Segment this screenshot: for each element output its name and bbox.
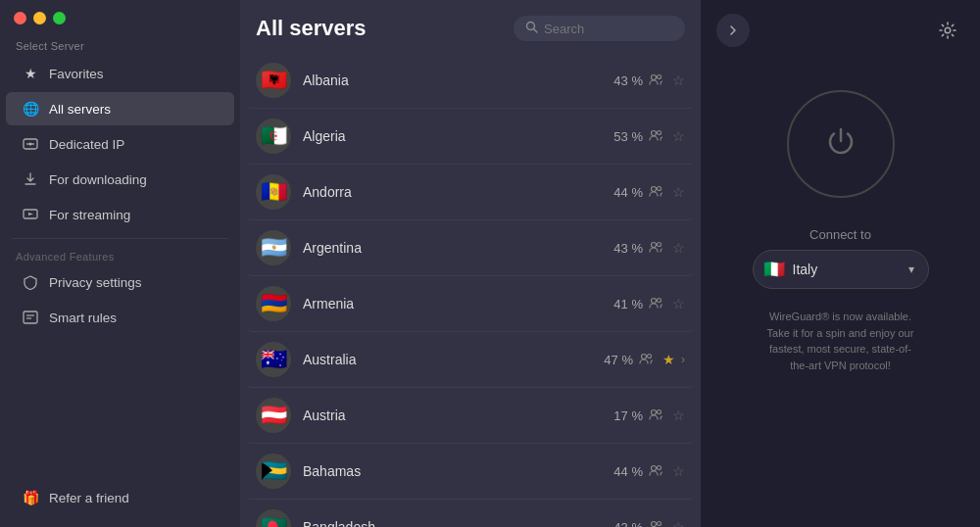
svg-point-22 — [652, 409, 657, 414]
power-icon — [822, 122, 859, 167]
shield-icon — [22, 273, 39, 291]
table-row[interactable]: 🇧🇩 Bangladesh 43 % ☆ — [246, 500, 695, 527]
table-row[interactable]: 🇦🇩 Andorra 44 % ☆ — [246, 165, 695, 220]
sidebar-item-all-servers[interactable]: 🌐 All servers — [6, 92, 234, 125]
favorite-star-icon[interactable]: ☆ — [672, 407, 685, 423]
search-icon — [525, 21, 538, 36]
sidebar-item-privacy-settings[interactable]: Privacy settings — [6, 265, 234, 299]
maximize-button[interactable] — [53, 12, 66, 24]
server-load: 53 % — [613, 129, 643, 144]
right-top-bar — [701, 0, 980, 61]
server-load: 44 % — [613, 185, 643, 200]
sidebar-bottom: 🎁 Refer a friend — [0, 480, 240, 527]
server-name: Austria — [303, 407, 613, 423]
wireguard-text: WireGuard® is now available. Take it for… — [743, 289, 939, 373]
users-icon — [639, 353, 653, 367]
close-button[interactable] — [14, 12, 26, 24]
users-icon — [649, 241, 662, 256]
table-row[interactable]: 🇧🇸 Bahamas 44 % ☆ — [246, 444, 695, 500]
favorite-star-icon[interactable]: ★ — [662, 352, 675, 367]
svg-point-19 — [658, 298, 662, 302]
server-name: Andorra — [303, 184, 613, 200]
users-icon — [649, 73, 662, 88]
users-icon — [649, 297, 662, 311]
server-name: Algeria — [303, 128, 613, 144]
sidebar-item-label: Refer a friend — [49, 491, 129, 505]
server-load: 41 % — [613, 297, 643, 311]
forward-button[interactable] — [716, 14, 750, 47]
users-icon — [649, 464, 662, 479]
svg-rect-5 — [24, 311, 37, 323]
svg-point-15 — [658, 186, 662, 190]
svg-point-25 — [658, 465, 662, 469]
rules-icon — [22, 309, 39, 326]
settings-button[interactable] — [931, 14, 964, 47]
table-row[interactable]: 🇦🇱 Albania 43 % ☆ — [246, 53, 695, 109]
sidebar-item-label: Smart rules — [49, 311, 117, 325]
power-button[interactable] — [787, 90, 895, 198]
favorite-star-icon[interactable]: ☆ — [672, 128, 685, 144]
sidebar: Select Server ★ Favorites 🌐 All servers … — [0, 0, 240, 527]
divider — [12, 238, 228, 239]
server-name: Bahamas — [303, 463, 613, 479]
search-box[interactable] — [514, 16, 685, 41]
sidebar-item-dedicated-ip[interactable]: Dedicated IP — [6, 127, 234, 161]
table-row[interactable]: 🇦🇺 Australia 47 % ★ › — [246, 332, 695, 388]
server-name: Armenia — [303, 296, 613, 311]
sidebar-item-for-downloading[interactable]: For downloading — [6, 163, 234, 196]
table-row[interactable]: 🇦🇷 Argentina 43 % ☆ — [246, 220, 695, 276]
sidebar-item-label: For downloading — [49, 172, 147, 187]
favorite-star-icon[interactable]: ☆ — [672, 519, 685, 527]
sidebar-item-label: Dedicated IP — [49, 137, 124, 152]
server-load: 43 % — [613, 241, 643, 256]
advanced-features-label: Advanced Features — [0, 245, 240, 264]
country-name: Italy — [793, 262, 818, 277]
svg-point-16 — [652, 242, 657, 247]
flag-icon: 🇧🇩 — [256, 509, 291, 527]
users-icon — [649, 185, 662, 200]
svg-line-9 — [534, 29, 538, 33]
sidebar-item-for-streaming[interactable]: For streaming — [6, 198, 234, 231]
server-list-header: All servers — [240, 0, 701, 53]
sidebar-item-label: For streaming — [49, 208, 130, 222]
server-load: 17 % — [613, 408, 643, 423]
favorite-star-icon[interactable]: ☆ — [672, 184, 685, 200]
sidebar-item-smart-rules[interactable]: Smart rules — [6, 301, 234, 334]
right-panel: Connect to 🇮🇹 Italy ▾ WireGuard® is now … — [701, 0, 980, 527]
server-name: Argentina — [303, 240, 613, 256]
favorite-star-icon[interactable]: ☆ — [672, 296, 685, 311]
svg-point-2 — [29, 143, 32, 146]
sidebar-item-label: Favorites — [49, 67, 104, 81]
favorite-star-icon[interactable]: ☆ — [672, 72, 685, 88]
country-selector[interactable]: 🇮🇹 Italy ▾ — [753, 250, 929, 289]
svg-point-23 — [658, 409, 662, 413]
table-row[interactable]: 🇩🇿 Algeria 53 % ☆ — [246, 109, 695, 165]
flag-icon: 🇦🇲 — [256, 286, 291, 321]
italy-flag-icon: 🇮🇹 — [763, 259, 785, 280]
minimize-button[interactable] — [33, 12, 46, 24]
server-list-scroll[interactable]: 🇦🇱 Albania 43 % ☆ 🇩🇿 Algeria 53 % — [240, 53, 701, 527]
sidebar-item-favorites[interactable]: ★ Favorites — [6, 57, 234, 90]
expand-arrow-icon: › — [681, 353, 685, 366]
table-row[interactable]: 🇦🇹 Austria 17 % ☆ — [246, 388, 695, 444]
server-list-title: All servers — [256, 16, 367, 41]
flag-icon: 🇦🇹 — [256, 398, 291, 433]
users-icon — [649, 408, 662, 423]
server-name: Albania — [303, 72, 613, 88]
window-controls — [0, 0, 240, 34]
flag-icon: 🇩🇿 — [256, 119, 291, 154]
svg-point-27 — [658, 521, 662, 525]
table-row[interactable]: 🇦🇲 Armenia 41 % ☆ — [246, 276, 695, 332]
svg-marker-4 — [28, 213, 33, 216]
flag-icon: 🇦🇺 — [256, 342, 291, 377]
connect-to-label: Connect to — [809, 227, 871, 242]
svg-point-10 — [652, 74, 657, 79]
country-flag-name: 🇮🇹 Italy — [763, 259, 818, 280]
sidebar-item-refer-a-friend[interactable]: 🎁 Refer a friend — [6, 481, 234, 514]
search-input[interactable] — [544, 22, 662, 36]
flag-icon: 🇦🇷 — [256, 230, 291, 265]
server-load: 47 % — [604, 353, 633, 367]
server-name: Australia — [303, 352, 604, 367]
favorite-star-icon[interactable]: ☆ — [672, 240, 685, 256]
favorite-star-icon[interactable]: ☆ — [672, 463, 685, 479]
